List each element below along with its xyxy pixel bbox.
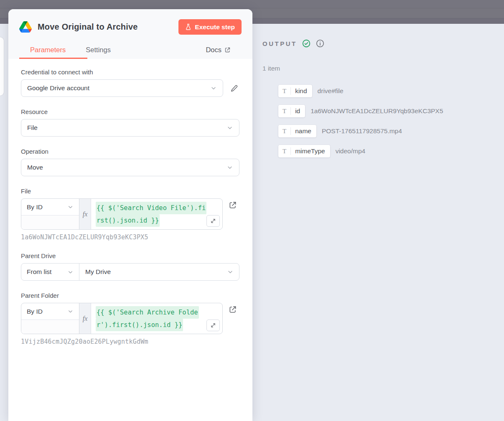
- open-expression-editor-button[interactable]: [228, 304, 238, 314]
- parent-folder-expression-input[interactable]: {{ $('Search Archive Folde r').first().j…: [91, 303, 222, 334]
- file-expression-result: 1a6WoNJWTcEA1DcZELUR9Yqb93eKC3PX5: [21, 233, 239, 241]
- output-value: POST-1765117928575.mp4: [322, 127, 402, 135]
- resource-label: Resource: [21, 108, 239, 115]
- parent-folder-field: Parent Folder By ID fx {{ $(': [21, 292, 239, 345]
- parent-drive-locator: From list My Drive: [21, 263, 239, 281]
- edit-credential-button[interactable]: [229, 83, 239, 94]
- pencil-icon: [230, 84, 239, 93]
- expand-expression-button[interactable]: [206, 215, 220, 227]
- chevron-down-icon: [67, 204, 74, 210]
- google-drive-icon: [19, 21, 32, 33]
- parent-drive-mode-select[interactable]: From list: [21, 264, 79, 280]
- file-field: File By ID fx {{ $('Search Vi: [21, 188, 239, 241]
- credential-label: Credential to connect with: [21, 68, 239, 76]
- parent-folder-resource-locator: By ID fx {{ $('Search Archive Folde r').…: [21, 303, 223, 334]
- docs-link[interactable]: Docs: [206, 46, 231, 54]
- output-row-mimeType: T mimeType video/mp4: [278, 144, 494, 158]
- output-row-id: T id 1a6WoNJWTcEA1DcZELUR9Yqb93eKC3PX5: [278, 104, 494, 118]
- output-json-list: T kind drive#file T id 1a6WoNJWTcEA1DcZE…: [278, 84, 494, 158]
- chevron-down-icon: [67, 308, 74, 314]
- fx-indicator: fx: [79, 303, 91, 334]
- background-input-panel-edge: [0, 37, 4, 96]
- file-resource-locator: By ID fx {{ $('Search Video File').fi rs…: [21, 198, 223, 230]
- parent-drive-label: Parent Drive: [21, 252, 239, 259]
- file-mode-select[interactable]: By ID: [21, 199, 79, 216]
- output-value: video/mp4: [336, 147, 366, 155]
- node-details-panel: Move Original to Archive Execute step Pa…: [8, 9, 252, 421]
- parent-drive-field: Parent Drive From list My Drive: [21, 252, 239, 281]
- flask-icon: [185, 23, 191, 30]
- parent-folder-label: Parent Folder: [21, 292, 239, 299]
- parent-drive-value-select[interactable]: My Drive: [79, 264, 239, 280]
- text-type-icon: T: [283, 148, 286, 155]
- key-chip[interactable]: T id: [278, 105, 305, 117]
- operation-select[interactable]: Move: [21, 159, 239, 176]
- output-row-kind: T kind drive#file: [278, 84, 494, 98]
- file-label: File: [21, 188, 239, 195]
- parent-folder-expression-result: 1VijzB46cmJQZg20aoE26PLywgntkGdWm: [21, 338, 239, 345]
- info-circle-icon[interactable]: [316, 39, 325, 48]
- external-link-icon: [224, 47, 231, 53]
- key-chip[interactable]: T mimeType: [278, 145, 330, 157]
- tab-settings[interactable]: Settings: [86, 46, 111, 54]
- text-type-icon: T: [283, 128, 286, 135]
- check-circle-icon: [302, 39, 311, 48]
- output-title: OUTPUT: [262, 40, 297, 47]
- output-value: drive#file: [318, 87, 344, 95]
- output-panel: OUTPUT 1 item T kind drive#file T: [252, 24, 504, 421]
- text-type-icon: T: [283, 88, 286, 95]
- credential-select[interactable]: Google Drive account: [21, 79, 223, 97]
- node-tabs: Parameters Settings Docs: [19, 41, 242, 59]
- expand-icon: [210, 218, 216, 224]
- chevron-down-icon: [210, 85, 217, 91]
- operation-field: Operation Move: [21, 148, 239, 176]
- credential-field: Credential to connect with Google Drive …: [21, 68, 239, 97]
- expand-icon: [210, 322, 216, 328]
- output-row-name: T name POST-1765117928575.mp4: [278, 124, 494, 138]
- output-item-count: 1 item: [262, 65, 494, 72]
- text-type-icon: T: [283, 108, 286, 115]
- tab-parameters[interactable]: Parameters: [30, 46, 66, 54]
- file-expression-input[interactable]: {{ $('Search Video File').fi rst().json.…: [91, 199, 222, 229]
- output-value: 1a6WoNJWTcEA1DcZELUR9Yqb93eKC3PX5: [311, 107, 443, 115]
- parent-folder-mode-select[interactable]: By ID: [21, 303, 79, 320]
- resource-field: Resource File: [21, 108, 239, 137]
- external-link-icon: [229, 305, 237, 314]
- key-chip[interactable]: T kind: [278, 85, 312, 97]
- active-tab-underline: [19, 58, 87, 59]
- open-expression-editor-button[interactable]: [228, 200, 238, 210]
- chevron-down-icon: [227, 124, 233, 131]
- chevron-down-icon: [227, 164, 233, 171]
- resource-select[interactable]: File: [21, 119, 239, 137]
- node-header: Move Original to Archive Execute step Pa…: [8, 9, 252, 59]
- fx-indicator: fx: [79, 199, 91, 229]
- node-title: Move Original to Archive: [38, 22, 138, 32]
- execute-step-button[interactable]: Execute step: [178, 19, 242, 35]
- external-link-icon: [229, 201, 237, 209]
- key-chip[interactable]: T name: [278, 125, 316, 137]
- expand-expression-button[interactable]: [206, 320, 220, 331]
- operation-label: Operation: [21, 148, 239, 155]
- chevron-down-icon: [227, 269, 234, 275]
- parameters-panel: Credential to connect with Google Drive …: [8, 59, 252, 421]
- chevron-down-icon: [67, 269, 74, 275]
